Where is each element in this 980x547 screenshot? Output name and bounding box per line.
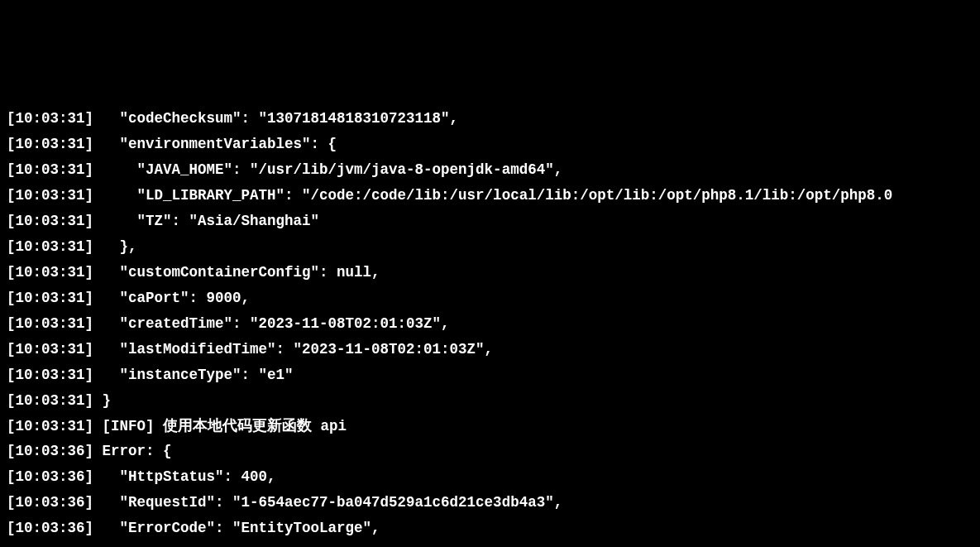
log-message: "createdTime": "2023-11-08T02:01:03Z", [103, 315, 450, 332]
terminal-output[interactable]: [10:03:31] "codeChecksum": "130718148183… [7, 106, 973, 547]
log-message: "customContainerConfig": null, [103, 264, 380, 281]
log-line: [10:03:31] "caPort": 9000, [7, 285, 973, 311]
timestamp: [10:03:36] [7, 468, 93, 485]
log-message: }, [103, 238, 137, 255]
log-line: [10:03:31] "codeChecksum": "130718148183… [7, 106, 973, 132]
log-line: [10:03:31] "JAVA_HOME": "/usr/lib/jvm/ja… [7, 157, 973, 183]
timestamp: [10:03:31] [7, 110, 93, 127]
log-line: [10:03:31] "customContainerConfig": null… [7, 260, 973, 285]
timestamp: [10:03:31] [7, 161, 93, 178]
log-message: "ErrorCode": "EntityTooLarge", [103, 520, 380, 536]
timestamp: [10:03:31] [7, 290, 93, 306]
log-line: [10:03:31] "createdTime": "2023-11-08T02… [7, 311, 973, 337]
log-line: [10:03:36] "ErrorCode": "EntityTooLarge"… [7, 516, 973, 541]
log-message: "caPort": 9000, [103, 290, 251, 306]
log-line: [10:03:31] "instanceType": "e1" [7, 362, 973, 388]
log-message: } [103, 392, 112, 409]
log-line: [10:03:36] "RequestId": "1-654aec77-ba04… [7, 490, 973, 516]
log-message: "lastModifiedTime": "2023-11-08T02:01:03… [103, 341, 494, 357]
info-tag: [INFO] [103, 418, 155, 434]
timestamp: [10:03:31] [7, 367, 93, 383]
log-line: [10:03:31] "lastModifiedTime": "2023-11-… [7, 337, 973, 362]
timestamp: [10:03:31] [7, 341, 93, 357]
timestamp: [10:03:31] [7, 392, 93, 409]
timestamp: [10:03:31] [7, 418, 93, 434]
timestamp: [10:03:36] [7, 443, 93, 459]
timestamp: [10:03:36] [7, 494, 93, 511]
timestamp: [10:03:31] [7, 315, 93, 332]
timestamp: [10:03:31] [7, 264, 93, 281]
log-message: "codeChecksum": "13071814818310723118", [103, 110, 459, 127]
log-line: [10:03:36] "HttpStatus": 400, [7, 464, 973, 490]
log-line: [10:03:31] "environmentVariables": { [7, 132, 973, 157]
timestamp: [10:03:31] [7, 238, 93, 255]
timestamp: [10:03:31] [7, 187, 93, 204]
log-line: [10:03:36] "ErrorMessage": "payload size… [7, 541, 973, 547]
log-message: 使用本地代码更新函数 api [163, 418, 347, 434]
log-message: "instanceType": "e1" [103, 367, 294, 383]
log-message: Error: { [103, 443, 172, 459]
log-line: [10:03:31] [INFO] 使用本地代码更新函数 api [7, 414, 973, 439]
log-message: "environmentVariables": { [103, 136, 337, 152]
timestamp: [10:03:31] [7, 136, 93, 152]
log-line: [10:03:31] } [7, 388, 973, 414]
log-message: "LD_LIBRARY_PATH": "/code:/code/lib:/usr… [103, 187, 893, 204]
log-line: [10:03:36] Error: { [7, 439, 973, 464]
log-line: [10:03:31] }, [7, 234, 973, 260]
timestamp: [10:03:36] [7, 520, 93, 536]
log-message: "RequestId": "1-654aec77-ba047d529a1c6d2… [103, 494, 563, 511]
timestamp: [10:03:31] [7, 213, 93, 229]
log-message: "HttpStatus": 400, [103, 468, 276, 485]
log-line: [10:03:31] "LD_LIBRARY_PATH": "/code:/co… [7, 183, 973, 209]
log-message: "TZ": "Asia/Shanghai" [103, 213, 320, 229]
log-message: "JAVA_HOME": "/usr/lib/jvm/java-8-openjd… [103, 161, 563, 178]
log-line: [10:03:31] "TZ": "Asia/Shanghai" [7, 209, 973, 234]
